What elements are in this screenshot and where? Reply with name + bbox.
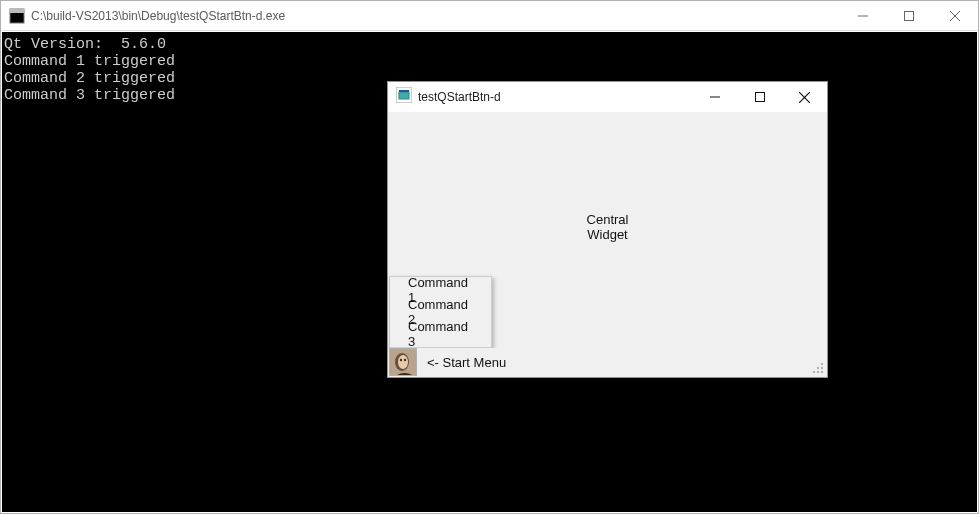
svg-point-21 bbox=[813, 371, 815, 373]
svg-rect-10 bbox=[755, 93, 764, 102]
console-window: C:\build-VS2013\bin\Debug\testQStartBtn-… bbox=[0, 0, 979, 514]
central-widget-label: Central Widget bbox=[389, 212, 826, 242]
qt-app-icon bbox=[396, 87, 412, 107]
qt-maximize-button[interactable] bbox=[737, 82, 782, 112]
close-button[interactable] bbox=[932, 1, 978, 30]
console-title-text: C:\build-VS2013\bin\Debug\testQStartBtn-… bbox=[31, 9, 285, 23]
svg-rect-3 bbox=[905, 11, 914, 20]
svg-rect-7 bbox=[399, 92, 409, 99]
central-label-line2: Widget bbox=[587, 227, 627, 242]
minimize-button[interactable] bbox=[840, 1, 886, 30]
console-title-bar: C:\build-VS2013\bin\Debug\testQStartBtn-… bbox=[1, 1, 978, 31]
svg-point-18 bbox=[821, 363, 823, 365]
svg-point-15 bbox=[398, 355, 408, 369]
start-menu-button[interactable] bbox=[389, 348, 417, 376]
qt-title-bar: testQStartBtn-d bbox=[388, 82, 827, 112]
svg-point-17 bbox=[404, 359, 406, 362]
qt-app-window: testQStartBtn-d Central Widget bbox=[387, 81, 828, 378]
qt-title-text: testQStartBtn-d bbox=[418, 90, 501, 104]
svg-point-23 bbox=[821, 371, 823, 373]
console-line: Command 1 triggered bbox=[4, 53, 975, 70]
resize-grip-icon[interactable] bbox=[810, 360, 824, 374]
svg-point-20 bbox=[821, 367, 823, 369]
status-bar: <- Start Menu bbox=[389, 348, 826, 376]
qt-minimize-button[interactable] bbox=[692, 82, 737, 112]
svg-rect-1 bbox=[10, 9, 24, 13]
svg-rect-8 bbox=[399, 90, 409, 92]
svg-point-22 bbox=[817, 371, 819, 373]
start-menu-popup: Command 1 Command 2 Command 3 bbox=[389, 276, 492, 348]
svg-point-19 bbox=[817, 367, 819, 369]
central-label-line1: Central bbox=[587, 212, 629, 227]
status-bar-text: <- Start Menu bbox=[417, 355, 506, 370]
console-line: Qt Version: 5.6.0 bbox=[4, 36, 975, 53]
app-icon bbox=[9, 8, 25, 24]
maximize-button[interactable] bbox=[886, 1, 932, 30]
qt-client-area: Central Widget Command 1 Command 2 Comma… bbox=[389, 112, 826, 376]
menu-item-command-3[interactable]: Command 3 bbox=[390, 323, 491, 345]
svg-point-16 bbox=[400, 359, 402, 362]
qt-close-button[interactable] bbox=[782, 82, 827, 112]
